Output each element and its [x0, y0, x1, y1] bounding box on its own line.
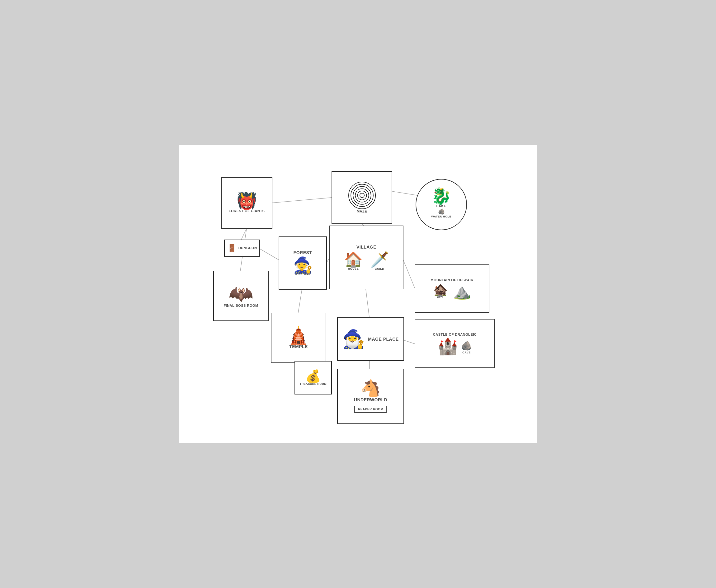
dungeon-icon: 🚪 [227, 244, 237, 253]
mage-node: 🧙‍♂️ MAGE PLACE [337, 317, 404, 361]
reaper-room-box: REAPER ROOM [354, 406, 387, 413]
reaper-label: REAPER ROOM [358, 407, 383, 411]
wiseman-icon: 🧙 [293, 257, 312, 273]
svg-line-7 [403, 258, 415, 288]
forest-of-giants-label: FOREST OF GIANTS [229, 209, 265, 213]
dragon-icon: 🐉 [431, 188, 451, 204]
svg-line-25 [366, 200, 369, 202]
hut-icon: 🏚️ [433, 284, 448, 296]
temple-icon: 🛕 [288, 327, 309, 344]
svg-line-9 [403, 340, 415, 344]
lake-label: LAKE [436, 204, 446, 208]
treasure-label: TREASURE ROOM [300, 382, 327, 386]
final-boss-label: FINAL BOSS ROOM [224, 303, 258, 308]
final-boss-node: 🦇 FINAL BOSS ROOM [213, 271, 269, 321]
village-node: VILLAGE 🏠 HOUSE 🗡️ GUILD [329, 226, 404, 289]
cave-icon: 🪨 [461, 341, 472, 351]
svg-line-3 [241, 229, 247, 239]
svg-line-4 [259, 248, 279, 260]
giant-icon: 👹 [237, 193, 257, 209]
castle-node: CASTLE OF DRANGLEIC 🏰 🪨 CAVE [415, 319, 495, 368]
forest-node: FOREST 🧙 WISE MAN [279, 236, 327, 290]
rock-icon: 🪨 [438, 208, 445, 215]
hut-label: HUT [437, 296, 443, 299]
svg-line-6 [298, 289, 302, 314]
svg-line-8 [366, 289, 369, 319]
temple-label: TEMPLE [289, 344, 308, 349]
mountain-label: MOUNTAIN OF DESPAIR [431, 278, 473, 282]
house-label: HOUSE [348, 267, 359, 271]
forest-label: FOREST [293, 250, 312, 255]
village-label: VILLAGE [356, 245, 376, 250]
svg-point-18 [360, 193, 364, 197]
svg-point-13 [348, 182, 375, 209]
guild-icon: 🗡️ [370, 252, 389, 267]
maze-icon [348, 181, 376, 209]
maze-label: MAZE [357, 209, 367, 213]
mage-label: MAGE PLACE [368, 337, 398, 342]
castle-icon: 🏰 [438, 338, 458, 354]
maze-node: MAZE [331, 171, 392, 224]
treasure-node: 💰 TREASURE ROOM [294, 361, 332, 395]
wiseman-label: WISE MAN [295, 273, 311, 276]
cave-label: CAVE [462, 351, 470, 354]
underworld-label: UNDERWORLD [354, 397, 387, 403]
house-icon: 🏠 [344, 252, 363, 267]
lake-node: 🐉 LAKE 🪨 WATER HOLE [415, 179, 467, 230]
mage-icon: 🧙‍♂️ [343, 330, 365, 348]
temple-node: 🛕 TEMPLE [271, 313, 326, 363]
mountain-icon: ⛰️ [453, 284, 471, 299]
forest-of-giants-node: 👹 FOREST OF GIANTS [221, 177, 272, 229]
mountain-node: MOUNTAIN OF DESPAIR 🏚️ HUT ⛰️ [415, 265, 489, 313]
dungeon-node: 🚪 DUNGEON [224, 239, 260, 257]
guild-label: GUILD [375, 267, 385, 271]
castle-label: CASTLE OF DRANGLEIC [433, 333, 477, 337]
finalboss-icon: 🦇 [228, 284, 253, 303]
svg-line-0 [272, 197, 331, 203]
dungeon-label: DUNGEON [239, 246, 257, 250]
underworld-icon: 🐴 [361, 380, 381, 396]
svg-line-24 [355, 189, 357, 191]
main-page: MAZE 🐉 LAKE 🪨 WATER HOLE 👹 FOREST OF GIA… [179, 145, 537, 443]
underworld-node: 🐴 UNDERWORLD REAPER ROOM [337, 369, 404, 424]
water-hole-label: WATER HOLE [431, 215, 451, 218]
treasure-icon: 💰 [305, 370, 321, 382]
